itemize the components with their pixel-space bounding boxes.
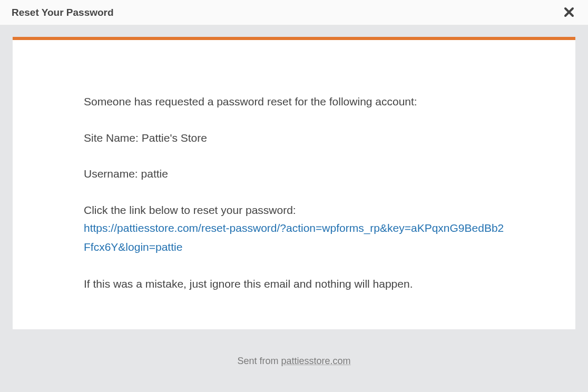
reset-password-link[interactable]: https://pattiesstore.com/reset-password/…	[84, 219, 504, 256]
modal-header: Reset Your Password	[0, 0, 588, 25]
intro-text: Someone has requested a password reset f…	[84, 93, 504, 111]
sent-from-label: Sent from	[237, 356, 281, 366]
mistake-text: If this was a mistake, just ignore this …	[84, 275, 504, 293]
modal-title: Reset Your Password	[12, 7, 114, 18]
instruction-text: Click the link below to reset your passw…	[84, 201, 504, 219]
email-card: Someone has requested a password reset f…	[13, 37, 575, 329]
close-icon[interactable]	[562, 6, 576, 19]
username-line: Username: pattie	[84, 165, 504, 183]
email-footer: Sent from pattiesstore.com	[0, 329, 588, 377]
email-body: Someone has requested a password reset f…	[84, 93, 504, 292]
site-name-line: Site Name: Pattie's Store	[84, 129, 504, 147]
footer-domain-link[interactable]: pattiesstore.com	[281, 356, 350, 366]
